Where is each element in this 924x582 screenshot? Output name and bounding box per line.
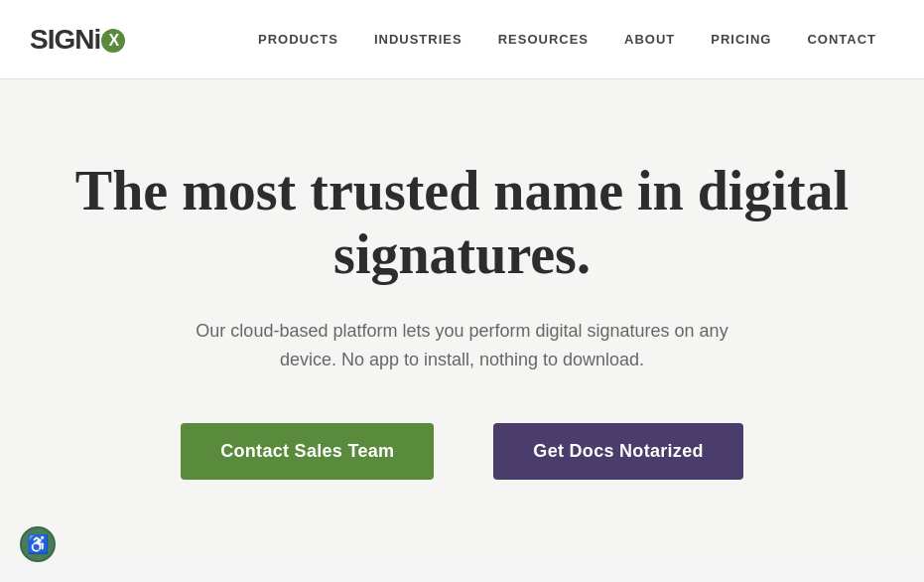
nav-resources[interactable]: RESOURCES [480, 0, 606, 79]
accessibility-button[interactable]: ♿ [20, 526, 56, 559]
site-header: SIGNiX PRODUCTS INDUSTRIES RESOURCES ABO… [0, 0, 924, 79]
contact-sales-button[interactable]: Contact Sales Team [181, 423, 434, 480]
get-docs-notarized-button[interactable]: Get Docs Notarized [493, 423, 742, 480]
hero-title: The most trusted name in digital signatu… [75, 159, 850, 287]
main-nav: PRODUCTS INDUSTRIES RESOURCES ABOUT PRIC… [240, 0, 894, 79]
logo[interactable]: SIGNiX [30, 24, 125, 56]
nav-industries[interactable]: INDUSTRIES [356, 0, 480, 79]
logo-text: SIGNiX [30, 24, 125, 56]
hero-section: The most trusted name in digital signatu… [0, 79, 924, 559]
nav-products[interactable]: PRODUCTS [240, 0, 356, 79]
hero-subtitle: Our cloud-based platform lets you perfor… [175, 317, 750, 374]
nav-pricing[interactable]: PRICING [693, 0, 789, 79]
accessibility-icon: ♿ [27, 533, 49, 555]
logo-signix-part1: SIGNi [30, 24, 100, 55]
logo-x-circle: X [101, 29, 125, 53]
hero-buttons: Contact Sales Team Get Docs Notarized [181, 423, 743, 480]
nav-about[interactable]: ABOUT [606, 0, 693, 79]
nav-contact[interactable]: CONTACT [789, 0, 894, 79]
